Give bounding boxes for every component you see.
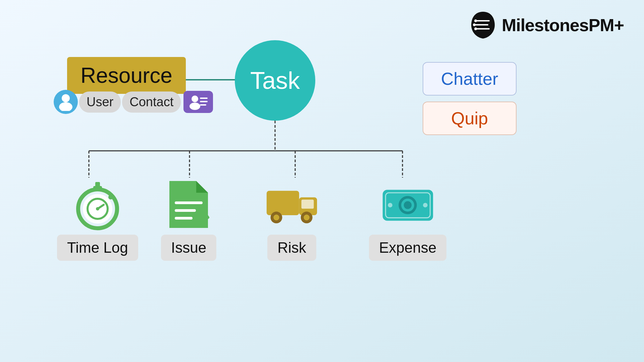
logo-text: MilestonesPM+ [502, 15, 624, 35]
user-badge: User [79, 92, 121, 113]
contact-icon-box [183, 91, 213, 113]
task-label: Task [250, 67, 300, 94]
task-circle: Task [235, 40, 315, 121]
chatter-button[interactable]: Chatter [423, 62, 517, 96]
svg-rect-36 [302, 199, 314, 208]
svg-point-25 [108, 195, 113, 199]
child-issue: Issue [161, 178, 216, 261]
svg-rect-24 [95, 182, 100, 187]
svg-rect-34 [267, 191, 299, 215]
risk-icon [265, 178, 319, 231]
resource-sub-row: User Contact [54, 90, 213, 114]
risk-label: Risk [267, 235, 316, 261]
svg-point-4 [473, 23, 476, 26]
child-expense: Expense [369, 178, 446, 261]
svg-point-40 [304, 215, 309, 220]
svg-point-45 [404, 201, 411, 209]
issue-label: Issue [161, 235, 216, 261]
expense-icon [381, 178, 435, 231]
svg-point-38 [273, 215, 279, 220]
child-timelog: Time Log [57, 178, 138, 261]
svg-point-16 [192, 96, 198, 102]
issue-icon [162, 178, 216, 231]
resource-box: Resource [67, 57, 186, 94]
contact-badge: Contact [122, 92, 181, 113]
timelog-icon [71, 178, 124, 231]
child-risk: Risk [265, 178, 319, 261]
svg-point-46 [388, 203, 392, 207]
logo-container: MilestonesPM+ [470, 10, 624, 40]
timelog-label: Time Log [57, 235, 138, 261]
integration-boxes: Chatter Quip [423, 62, 517, 135]
user-icon [54, 90, 78, 114]
svg-point-17 [190, 103, 200, 110]
expense-label: Expense [369, 235, 446, 261]
svg-point-47 [423, 203, 428, 207]
svg-point-3 [474, 19, 477, 22]
svg-point-5 [474, 27, 477, 30]
svg-point-15 [59, 102, 72, 111]
resource-label: Resource [80, 63, 172, 87]
svg-point-28 [96, 207, 99, 210]
logo-icon [470, 10, 496, 40]
quip-button[interactable]: Quip [423, 102, 517, 135]
svg-point-14 [62, 94, 70, 102]
